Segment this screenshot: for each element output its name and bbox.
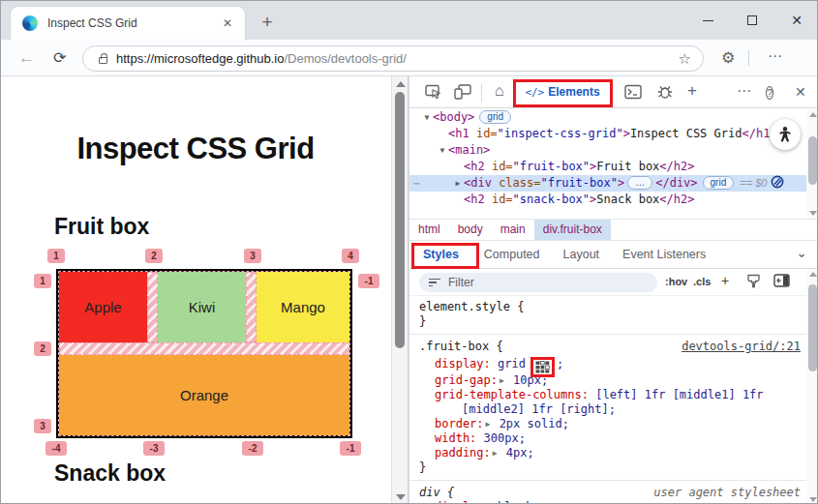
- new-style-rule-button[interactable]: +: [721, 273, 729, 288]
- attr-token: id=: [485, 193, 513, 206]
- dom-breadcrumbs: html body main div.fruit-box: [409, 219, 818, 240]
- home-icon[interactable]: ⌂: [495, 82, 504, 100]
- sidebar-toggle-icon[interactable]: [773, 274, 790, 291]
- page-title: Inspect CSS Grid: [1, 132, 390, 166]
- grid-badge[interactable]: grid: [479, 110, 511, 124]
- grid-line-badge: -2: [242, 441, 263, 456]
- favorite-star-icon[interactable]: ☆: [679, 50, 691, 68]
- toolbar-divider: [481, 84, 482, 102]
- css-prop-display[interactable]: display: grid;: [419, 354, 806, 373]
- console-icon[interactable]: [624, 84, 642, 104]
- chevron-down-icon[interactable]: ⌄: [796, 245, 807, 260]
- tab-elements[interactable]: </> Elements: [516, 78, 609, 105]
- grid-cell-apple: Apple: [59, 272, 147, 342]
- accessibility-person-button[interactable]: [770, 119, 801, 150]
- tab-computed[interactable]: Computed: [472, 248, 552, 261]
- css-prop-grid-template-columns[interactable]: grid-template-columns: [left] 1fr [middl…: [419, 388, 806, 402]
- back-button[interactable]: ←: [18, 48, 35, 68]
- scroll-down-icon[interactable]: [809, 497, 817, 502]
- semicolon-token: ;: [557, 357, 563, 371]
- rendering-brush-icon[interactable]: [746, 274, 761, 293]
- pseudo-hover-toggle[interactable]: :hov: [665, 276, 687, 287]
- grid-col-gap-overlay: [246, 272, 257, 342]
- user-agent-rule-selector[interactable]: div {user agent stylesheet: [419, 486, 806, 500]
- expand-arrow-icon[interactable]: ▶: [452, 175, 464, 192]
- grid-badge[interactable]: grid: [703, 176, 735, 190]
- dom-tree-scrollbar[interactable]: [806, 109, 818, 219]
- filter-input[interactable]: [448, 276, 613, 289]
- breadcrumb-html[interactable]: html: [409, 220, 449, 240]
- css-prop-width[interactable]: width: 300px;: [419, 431, 806, 446]
- scroll-down-icon[interactable]: [396, 494, 406, 500]
- fruit-box-rule-selector[interactable]: .fruit-box {devtools-grid/:21: [419, 340, 806, 354]
- gutter-dots-icon[interactable]: ⋯: [413, 175, 421, 192]
- close-window-button[interactable]: ✕: [774, 1, 818, 40]
- grid-col-gap-overlay: [147, 272, 158, 342]
- dom-node-main[interactable]: ▼<main>: [409, 142, 818, 159]
- address-bar[interactable]: https://microsoftedge.github.io/Demos/de…: [82, 45, 704, 72]
- inspect-element-icon[interactable]: [425, 84, 442, 104]
- dom-node-h1[interactable]: <h1 id="inspect-css-grid">Inspect CSS Gr…: [409, 126, 818, 142]
- page-content: Inspect CSS Grid Fruit box 1 2 3 4 1 2 3…: [1, 76, 409, 504]
- window-controls: ✕: [685, 1, 818, 40]
- bug-icon[interactable]: [656, 83, 674, 104]
- tab-title: Inspect CSS Grid: [47, 16, 218, 30]
- collapse-arrow-icon[interactable]: ▼: [421, 109, 433, 126]
- dom-scrollbar-thumb[interactable]: [808, 136, 817, 185]
- grid-line-badge: 3: [34, 419, 51, 433]
- expand-arrow-icon[interactable]: ▶: [500, 373, 504, 388]
- expand-arrow-icon[interactable]: ▶: [486, 417, 491, 431]
- breadcrumb-main[interactable]: main: [492, 220, 534, 240]
- filter-field[interactable]: [419, 273, 657, 292]
- property-name: grid-template-columns:: [435, 388, 589, 401]
- device-toolbar-icon[interactable]: [454, 84, 471, 104]
- class-toggle[interactable]: .cls: [693, 276, 711, 287]
- tab-close-icon[interactable]: ✕: [218, 15, 237, 32]
- collapse-arrow-icon[interactable]: ▼: [437, 142, 448, 159]
- css-prop-padding[interactable]: padding:▶ 4px;: [419, 446, 806, 460]
- tab-event-listeners[interactable]: Event Listeners: [611, 248, 717, 261]
- extensions-icon[interactable]: ⚙: [721, 48, 735, 67]
- ellipsis-badge[interactable]: …: [627, 176, 652, 190]
- close-devtools-icon[interactable]: ✕: [795, 84, 806, 100]
- more-tabs-button[interactable]: +: [687, 81, 697, 101]
- browser-tab[interactable]: Inspect CSS Grid ✕: [11, 7, 245, 40]
- breadcrumb-body[interactable]: body: [449, 220, 492, 240]
- dom-node-h2-fruit[interactable]: <h2 id="fruit-box">Fruit box</h2>: [409, 159, 818, 175]
- breadcrumb-div-fruit-box[interactable]: div.fruit-box: [534, 220, 611, 240]
- dom-node-h2-snack[interactable]: <h2 id="snack-box">Snack box</h2>: [409, 192, 818, 208]
- new-tab-button[interactable]: +: [255, 11, 280, 36]
- scroll-down-icon[interactable]: [809, 211, 817, 216]
- element-style-rule[interactable]: element.style {: [419, 300, 806, 314]
- scroll-up-icon[interactable]: [809, 272, 817, 277]
- property-value: 300px;: [476, 431, 526, 445]
- url-text[interactable]: https://microsoftedge.github.io/Demos/de…: [116, 51, 671, 66]
- devtools-menu-icon[interactable]: ⋯: [737, 82, 752, 100]
- help-icon[interactable]: ?: [766, 83, 773, 101]
- attr-token: class=: [492, 176, 541, 190]
- refresh-button[interactable]: ⟳: [53, 48, 66, 68]
- scroll-up-icon[interactable]: [396, 81, 406, 87]
- tab-styles[interactable]: Styles: [409, 248, 472, 261]
- scroll-up-icon[interactable]: [809, 112, 817, 117]
- tab-layout[interactable]: Layout: [552, 248, 612, 261]
- styles-scrollbar[interactable]: [806, 269, 818, 504]
- expand-arrow-icon[interactable]: ▶: [493, 446, 498, 460]
- grid-adorner-icon[interactable]: [535, 361, 550, 373]
- browser-menu-icon[interactable]: ⋯: [768, 47, 783, 65]
- css-prop-grid-gap[interactable]: grid-gap:▶ 10px;: [419, 373, 806, 388]
- styles-scrollbar-thumb[interactable]: [808, 284, 817, 371]
- rule-divider: [409, 334, 806, 335]
- tag-token: <h2: [464, 193, 485, 206]
- dom-node-body[interactable]: ▼<body>grid: [409, 109, 818, 126]
- page-scrollbar[interactable]: [391, 76, 408, 504]
- minimize-button[interactable]: [685, 1, 730, 40]
- dom-node-div-fruit-box-selected[interactable]: ⋯▶<div class="fruit-box">…</div>grid== $…: [409, 175, 818, 192]
- page-scrollbar-thumb[interactable]: [395, 92, 405, 348]
- property-name: border:: [435, 417, 484, 430]
- stylesheet-source-link[interactable]: devtools-grid/:21: [682, 340, 801, 354]
- help-glyph: ?: [766, 86, 773, 100]
- maximize-button[interactable]: [730, 1, 774, 40]
- css-prop-border[interactable]: border:▶ 2px solid;: [419, 417, 806, 431]
- property-name: padding:: [435, 446, 491, 460]
